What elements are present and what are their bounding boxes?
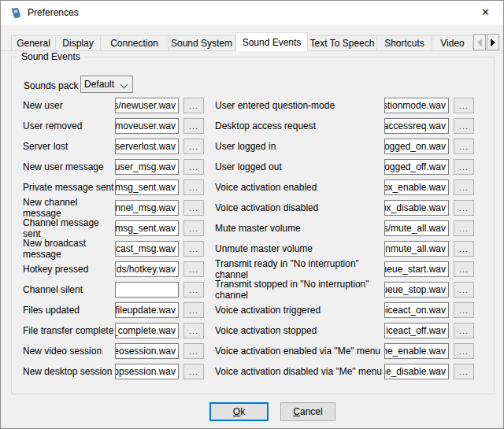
right-sound-row: Voice activation disabledox_disable.wav.… bbox=[215, 198, 479, 218]
sound-events-right-column: User entered question-modestionmode.wav.… bbox=[215, 95, 479, 382]
browse-button[interactable]: ... bbox=[454, 98, 474, 113]
sound-file-input[interactable]: accessreq.wav bbox=[384, 118, 449, 134]
browse-button[interactable]: ... bbox=[454, 364, 474, 379]
tab-scroll-left-button[interactable] bbox=[473, 34, 486, 50]
scroll-right-icon bbox=[491, 39, 495, 46]
sound-file-input[interactable]: _msg_sent.wav bbox=[115, 220, 179, 236]
left-sound-row: Server lost/serverlost.wav... bbox=[23, 136, 209, 157]
browse-button[interactable]: ... bbox=[183, 261, 204, 277]
browse-button[interactable]: ... bbox=[183, 159, 204, 175]
tab-display[interactable]: Display bbox=[56, 35, 101, 51]
sound-event-label: Unmute master volume bbox=[215, 243, 384, 254]
tab-scroll-right-button[interactable] bbox=[487, 34, 499, 50]
tab-video[interactable]: Video bbox=[432, 35, 473, 51]
browse-button[interactable]: ... bbox=[454, 159, 474, 175]
sound-file-input[interactable]: _msg_sent.wav bbox=[115, 179, 179, 195]
sound-event-label: File transfer complete bbox=[23, 325, 115, 336]
browse-button[interactable]: ... bbox=[183, 323, 204, 338]
sound-file-input[interactable]: iceact_off.wav bbox=[384, 323, 449, 338]
sound-event-label: Server lost bbox=[23, 141, 115, 152]
tab-text-to-speech[interactable]: Text To Speech bbox=[308, 35, 377, 51]
browse-button[interactable]: ... bbox=[183, 98, 204, 113]
sound-event-label: Voice activation disabled via "Me" menu bbox=[215, 366, 384, 377]
sound-file-input[interactable]: s/newuser.wav bbox=[115, 98, 179, 113]
sound-file-input[interactable]: topsession.wav bbox=[115, 364, 179, 379]
browse-button[interactable]: ... bbox=[183, 179, 204, 195]
sound-file-input[interactable]: unmute_all.wav bbox=[384, 241, 449, 257]
browse-button[interactable]: ... bbox=[454, 241, 474, 257]
browse-button[interactable]: ... bbox=[183, 343, 204, 359]
left-sound-row: New users/newuser.wav... bbox=[23, 95, 209, 116]
left-sound-row: Channel message sent_msg_sent.wav... bbox=[23, 218, 209, 239]
sound-event-label: User removed bbox=[23, 120, 115, 131]
browse-button[interactable]: ... bbox=[454, 302, 474, 318]
browse-button[interactable]: ... bbox=[454, 118, 474, 134]
sound-file-input[interactable]: /serverlost.wav bbox=[115, 139, 179, 154]
sound-event-label: Voice activation disabled bbox=[215, 202, 384, 213]
tab-sound-system[interactable]: Sound System bbox=[169, 35, 235, 51]
browse-button[interactable]: ... bbox=[183, 220, 204, 236]
footer: Ok Cancel bbox=[1, 402, 504, 423]
sound-event-label: Channel silent bbox=[23, 284, 115, 295]
browse-button[interactable]: ... bbox=[183, 200, 204, 216]
tab-sound-events[interactable]: Sound Events bbox=[235, 32, 308, 51]
browse-button[interactable]: ... bbox=[183, 364, 204, 379]
sound-file-input[interactable]: s/mute_all.wav bbox=[384, 220, 449, 236]
right-sound-row: Mute master volumes/mute_all.wav... bbox=[215, 218, 479, 239]
browse-button[interactable]: ... bbox=[454, 220, 474, 236]
tab-scrollers bbox=[473, 34, 500, 50]
sound-file-input[interactable]: dcast_msg.wav bbox=[115, 241, 179, 257]
tab-bar: GeneralDisplayConnectionSound SystemSoun… bbox=[11, 32, 473, 51]
ok-button[interactable]: Ok bbox=[209, 402, 269, 421]
sound-file-input[interactable]: annel_msg.wav bbox=[115, 200, 179, 216]
sound-file-input[interactable]: stionmode.wav bbox=[384, 98, 449, 113]
sounds-pack-value: Default bbox=[84, 79, 114, 90]
sound-file-input[interactable]: ueue_stop.wav bbox=[384, 282, 449, 298]
right-sound-row: Unmute master volumeunmute_all.wav... bbox=[215, 239, 479, 259]
left-sound-row: Files updated/fileupdate.wav... bbox=[23, 300, 209, 320]
right-sound-row: Desktop access requestaccessreq.wav... bbox=[215, 116, 479, 136]
browse-button[interactable]: ... bbox=[183, 139, 204, 154]
sound-event-label: Voice activation enabled via "Me" menu bbox=[215, 346, 384, 357]
sound-file-input[interactable]: _complete.wav bbox=[115, 323, 179, 338]
browse-button[interactable]: ... bbox=[183, 118, 204, 134]
sound-file-input[interactable]: ueue_start.wav bbox=[384, 261, 449, 277]
browse-button[interactable]: ... bbox=[183, 282, 204, 298]
tab-general[interactable]: General bbox=[11, 35, 56, 51]
sounds-pack-select[interactable]: Default bbox=[80, 76, 133, 93]
browse-button[interactable]: ... bbox=[454, 282, 474, 298]
browse-button[interactable]: ... bbox=[454, 323, 474, 338]
sound-event-label: Files updated bbox=[23, 305, 115, 316]
sound-file-input[interactable]: ox_enable.wav bbox=[384, 179, 449, 195]
sound-file-input[interactable]: /fileupdate.wav bbox=[115, 302, 179, 318]
browse-button[interactable]: ... bbox=[454, 343, 474, 359]
sound-file-input[interactable]: ds/hotkey.wav bbox=[115, 261, 179, 277]
browse-button[interactable]: ... bbox=[183, 302, 204, 318]
sound-file-input[interactable] bbox=[115, 282, 179, 298]
browse-button[interactable]: ... bbox=[454, 261, 474, 277]
sound-file-input[interactable]: ne_disable.wav bbox=[384, 364, 449, 379]
left-sound-row: New video sessiondeosession.wav... bbox=[23, 341, 209, 361]
sound-file-input[interactable]: ogged_off.wav bbox=[384, 159, 449, 175]
sound-file-input[interactable]: ox_disable.wav bbox=[384, 200, 449, 216]
left-sound-row: File transfer complete_complete.wav... bbox=[23, 320, 209, 341]
sound-file-input[interactable]: deosession.wav bbox=[115, 343, 179, 359]
preferences-dialog: Preferences ✕ GeneralDisplayConnectionSo… bbox=[0, 0, 504, 429]
tab-shortcuts[interactable]: Shortcuts bbox=[377, 35, 432, 51]
sound-file-input[interactable]: /user_msg.wav bbox=[115, 159, 179, 175]
sound-file-input[interactable]: emoveuser.wav bbox=[115, 118, 179, 134]
tab-connection[interactable]: Connection bbox=[101, 35, 169, 51]
sound-file-input[interactable]: oiceact_on.wav bbox=[384, 302, 449, 318]
sound-event-label: User logged out bbox=[215, 161, 384, 172]
browse-button[interactable]: ... bbox=[454, 200, 474, 216]
sound-file-input[interactable]: ne_enable.wav bbox=[384, 343, 449, 359]
sound-event-label: User entered question-mode bbox=[215, 100, 384, 111]
sound-event-label: New broadcast message bbox=[23, 238, 115, 260]
cancel-button[interactable]: Cancel bbox=[280, 402, 335, 421]
browse-button[interactable]: ... bbox=[454, 179, 474, 195]
sound-file-input[interactable]: logged_on.wav bbox=[384, 139, 449, 154]
right-sound-row: Voice activation enabledox_enable.wav... bbox=[215, 177, 479, 198]
browse-button[interactable]: ... bbox=[183, 241, 204, 257]
browse-button[interactable]: ... bbox=[454, 139, 474, 154]
close-button[interactable]: ✕ bbox=[468, 1, 503, 24]
